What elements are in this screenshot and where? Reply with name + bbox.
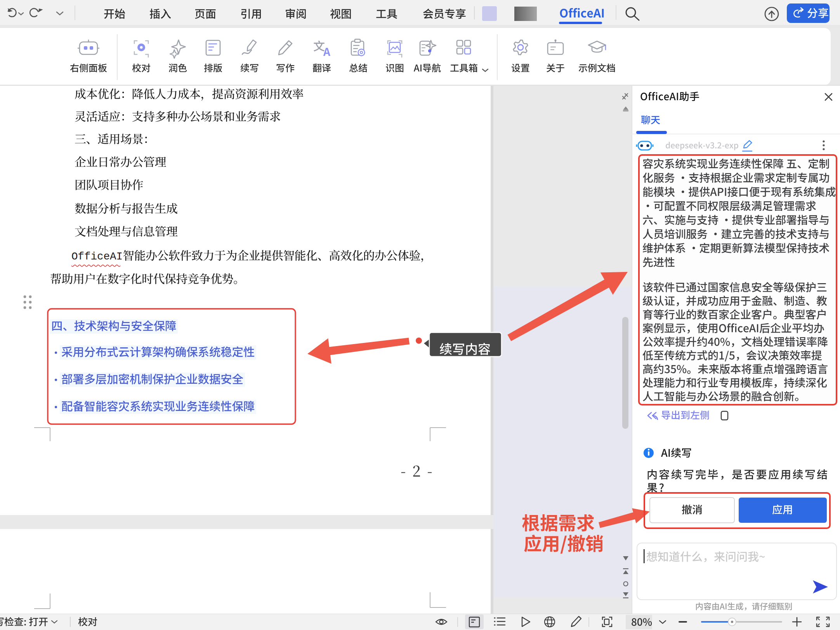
svg-text:OfficeAI: OfficeAI [71, 251, 123, 263]
